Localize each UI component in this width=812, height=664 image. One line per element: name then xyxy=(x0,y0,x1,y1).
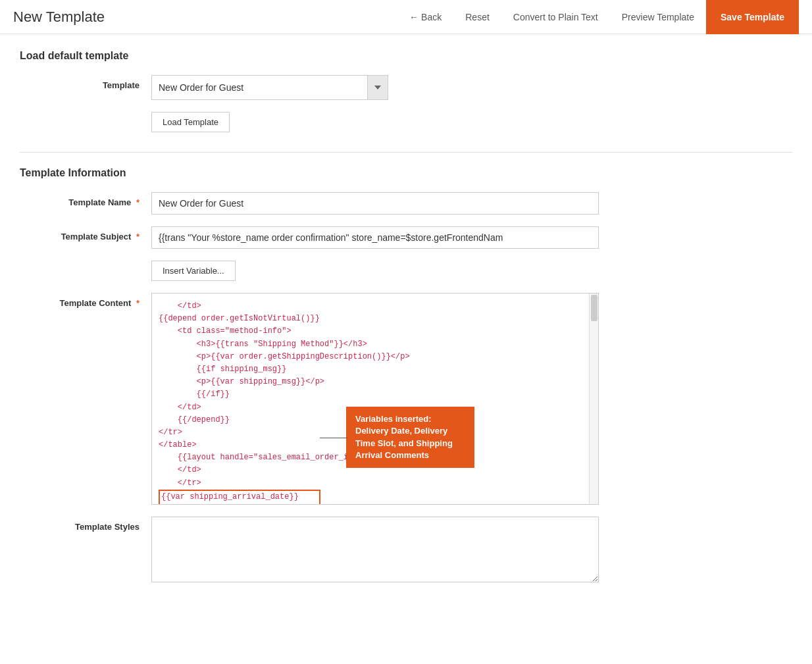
chevron-down-icon xyxy=(374,86,381,89)
arrow-left-icon: ← xyxy=(409,12,419,22)
required-indicator: * xyxy=(136,197,140,207)
load-default-template-section: Load default template Template New Order… xyxy=(20,50,792,132)
load-section-title: Load default template xyxy=(20,50,792,62)
template-field-row: Template New Order for Guest xyxy=(20,75,792,100)
template-styles-row: Template Styles xyxy=(20,517,792,584)
template-field-control: New Order for Guest xyxy=(151,75,599,100)
insert-variable-row: Insert Variable... xyxy=(20,261,792,281)
template-content-control: </td> {{depend order.getIsNotVirtual()}}… xyxy=(151,293,599,505)
section-divider xyxy=(20,152,792,153)
header-actions: ← Back Reset Convert to Plain Text Previ… xyxy=(397,0,799,34)
template-styles-control xyxy=(151,517,599,584)
insert-variable-button[interactable]: Insert Variable... xyxy=(151,261,236,281)
load-template-row: Load Template xyxy=(20,112,792,132)
template-name-control xyxy=(151,192,599,215)
template-subject-input[interactable] xyxy=(151,226,599,249)
convert-to-plain-text-button[interactable]: Convert to Plain Text xyxy=(501,0,610,34)
load-template-button[interactable]: Load Template xyxy=(151,112,230,132)
template-name-label: Template Name * xyxy=(20,192,151,207)
template-information-section: Template Information Template Name * Tem… xyxy=(20,167,792,584)
template-content-container: </td> {{depend order.getIsNotVirtual()}}… xyxy=(151,293,599,505)
template-styles-label: Template Styles xyxy=(20,517,151,532)
page-header: New Template ← Back Reset Convert to Pla… xyxy=(0,0,812,34)
template-content-area[interactable]: </td> {{depend order.getIsNotVirtual()}}… xyxy=(152,294,598,504)
back-button[interactable]: ← Back xyxy=(397,0,453,34)
scrollbar-track[interactable] xyxy=(589,294,598,504)
template-content-label: Template Content * xyxy=(20,293,151,308)
template-subject-label: Template Subject * xyxy=(20,226,151,242)
template-name-input[interactable] xyxy=(151,192,599,215)
template-content-row: Template Content * </td> {{depend order.… xyxy=(20,293,792,505)
template-styles-input[interactable] xyxy=(151,517,599,582)
template-content-scroll-area: </td> {{depend order.getIsNotVirtual()}}… xyxy=(152,294,598,504)
scrollbar-thumb[interactable] xyxy=(591,295,597,321)
required-indicator-subject: * xyxy=(136,232,140,242)
template-select[interactable]: New Order for Guest xyxy=(152,77,367,98)
tooltip-connector-line xyxy=(320,438,347,438)
required-indicator-content: * xyxy=(136,298,140,308)
template-dropdown-button[interactable] xyxy=(367,76,388,99)
page-title: New Template xyxy=(13,9,105,26)
template-subject-row: Template Subject * xyxy=(20,226,792,249)
save-template-button[interactable]: Save Template xyxy=(706,0,799,34)
template-field-label: Template xyxy=(20,75,151,90)
preview-template-button[interactable]: Preview Template xyxy=(610,0,706,34)
variables-tooltip: Variables inserted: Delivery Date, Deliv… xyxy=(346,407,474,468)
template-name-row: Template Name * xyxy=(20,192,792,215)
reset-button[interactable]: Reset xyxy=(453,0,501,34)
template-select-wrapper[interactable]: New Order for Guest xyxy=(151,75,388,100)
info-section-title: Template Information xyxy=(20,167,792,179)
page-content: Load default template Template New Order… xyxy=(0,34,812,664)
template-subject-control xyxy=(151,226,599,249)
